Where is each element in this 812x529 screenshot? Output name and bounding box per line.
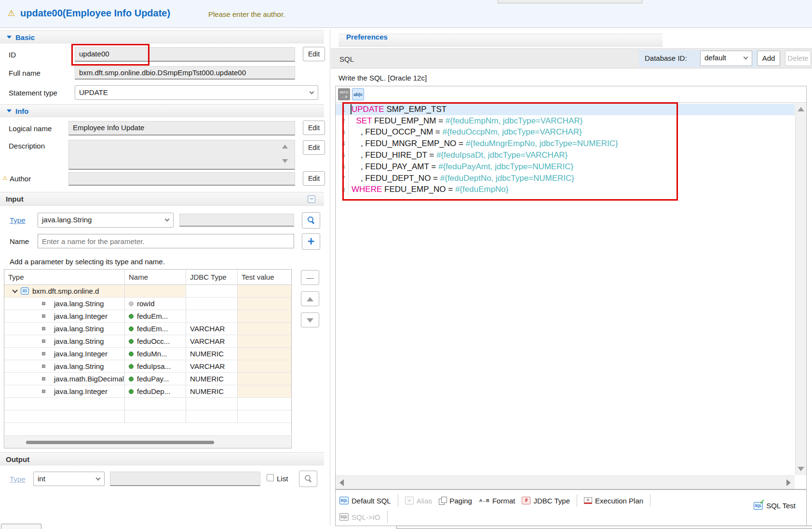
table-row[interactable]: java.lang.StringfeduEm...VARCHAR <box>4 323 291 335</box>
add-database-button[interactable]: Add <box>757 51 780 66</box>
table-horizontal-scrollbar[interactable] <box>5 435 291 448</box>
cell-testvalue[interactable] <box>238 385 291 397</box>
cell-jdbc[interactable]: VARCHAR <box>186 335 238 347</box>
cell-jdbc[interactable]: VARCHAR <box>186 323 238 335</box>
cell-testvalue[interactable] <box>238 310 291 322</box>
table-row[interactable]: java.lang.StringfeduIpsa...VARCHAR <box>4 360 291 373</box>
add-parameter-button[interactable]: + <box>302 233 320 250</box>
cell-jdbc[interactable]: VARCHAR <box>186 360 238 372</box>
input-type-search-field[interactable] <box>179 214 294 227</box>
abc-case-icon[interactable]: ab|c <box>352 88 364 100</box>
alias-button[interactable]: 'A'Alias <box>405 497 433 505</box>
cell-type[interactable]: java.lang.Integer <box>4 310 125 322</box>
cell-testvalue[interactable] <box>238 335 291 347</box>
jdbc-type-convert-icon[interactable]: #KFD →:A <box>338 88 350 100</box>
sql-line[interactable]: 1UPDATE SMP_EMP_TST <box>336 104 795 115</box>
paging-button[interactable]: Paging <box>439 497 472 505</box>
table-row[interactable]: java.lang.IntegerfeduMn...NUMERIC <box>4 348 291 360</box>
cell-type[interactable]: java.lang.String <box>4 335 125 347</box>
scroll-down-icon[interactable] <box>798 467 804 471</box>
sql-line[interactable]: 6 , FEDU_PAY_AMT = #{feduPayAmt, jdbcTyp… <box>336 161 795 173</box>
delete-database-button[interactable]: Delete <box>785 51 811 66</box>
execution-plan-button[interactable]: ≡Execution Plan <box>584 497 643 505</box>
input-type-select[interactable]: java.lang.String <box>38 213 174 228</box>
parameter-name-input[interactable] <box>38 234 294 248</box>
sql-line[interactable]: 7 , FEDU_DEPT_NO = #{feduDeptNo, jdbcTyp… <box>336 173 795 184</box>
editor-horizontal-scrollbar[interactable] <box>336 475 795 489</box>
cell-name[interactable]: rowId <box>125 298 186 310</box>
move-up-button[interactable] <box>301 291 319 306</box>
sql-line[interactable]: 2 SET FEDU_EMP_NM = #{feduEmpNm, jdbcTyp… <box>336 115 795 127</box>
cell-jdbc[interactable]: NUMERIC <box>186 373 238 385</box>
sql-line[interactable]: 8WHERE FEDU_EMP_NO = #{feduEmpNo} <box>336 184 795 196</box>
input-type-search-button[interactable] <box>302 212 320 229</box>
sql-line[interactable]: 4 , FEDU_MNGR_EMP_NO = #{feduMngrEmpNo, … <box>336 138 795 149</box>
default-sql-button[interactable]: SQLDefault SQL <box>339 497 391 505</box>
logical-name-edit-button[interactable]: Edit <box>303 121 325 135</box>
column-header-testvalue[interactable]: Test value <box>238 270 291 285</box>
id-edit-button[interactable]: Edit <box>303 47 325 61</box>
output-type-link[interactable]: Type <box>10 475 26 483</box>
scroll-left-icon[interactable] <box>339 479 344 486</box>
cell-name[interactable]: feduIpsa... <box>125 360 186 372</box>
cell-jdbc[interactable]: NUMERIC <box>186 385 238 397</box>
database-id-select[interactable]: default <box>700 51 752 66</box>
scroll-right-icon[interactable] <box>786 479 791 486</box>
sql-to-io-button[interactable]: SQLSQL->IO <box>339 513 380 521</box>
cell-testvalue[interactable] <box>238 323 291 335</box>
tree-expand-icon[interactable] <box>12 287 17 293</box>
author-edit-button[interactable]: Edit <box>303 171 325 186</box>
remove-parameter-button[interactable]: — <box>301 270 319 285</box>
section-info[interactable]: Info <box>0 104 324 117</box>
cell-name[interactable]: feduEm... <box>125 310 186 322</box>
table-row[interactable]: java.lang.StringrowId <box>4 298 291 310</box>
description-edit-button[interactable]: Edit <box>303 140 325 155</box>
section-preferences[interactable]: Preferences <box>331 30 812 43</box>
cell-type[interactable]: java.lang.Integer <box>4 348 125 360</box>
scroll-up-icon[interactable] <box>282 145 288 149</box>
editor-vertical-scrollbar[interactable] <box>795 103 806 475</box>
table-row[interactable]: java.math.BigDecimalfeduPay...NUMERIC <box>4 373 291 385</box>
sql-test-button[interactable]: SQL SQL Test <box>754 502 796 510</box>
column-header-type[interactable]: Type <box>4 270 125 285</box>
cell-name[interactable]: feduEm... <box>125 323 186 335</box>
cell-jdbc[interactable] <box>186 310 238 322</box>
column-header-jdbc[interactable]: JDBC Type <box>186 270 238 285</box>
jdbc-type-button[interactable]: #JDBC Type <box>522 497 570 505</box>
statement-type-select[interactable]: UPDATE <box>75 85 318 100</box>
cell-type[interactable]: java.math.BigDecimal <box>4 373 125 385</box>
top-scrollbar-fragment[interactable] <box>498 0 642 3</box>
logical-name-field[interactable]: Employee Info Update <box>68 121 295 136</box>
cell-testvalue[interactable] <box>238 360 291 372</box>
cell-testvalue[interactable] <box>238 373 291 385</box>
cell-type[interactable]: java.lang.String <box>4 298 125 310</box>
output-type-search-button[interactable] <box>299 471 317 487</box>
table-row[interactable]: java.lang.StringfeduOcc...VARCHAR <box>4 335 291 348</box>
tree-root-cell[interactable]: IObxm.dft.smp.online.d <box>4 285 125 297</box>
cell-name[interactable]: feduPay... <box>125 373 186 385</box>
sql-editor[interactable]: #KFD →:A ab|c 1UPDATE SMP_EMP_TST2 SET F… <box>335 86 807 489</box>
cutoff-button-fragment[interactable] <box>1 524 41 529</box>
table-row[interactable]: java.lang.IntegerfeduEm... <box>4 310 291 323</box>
cell-name[interactable]: feduOcc... <box>125 335 186 347</box>
table-row[interactable]: java.lang.IntegerfeduDep...NUMERIC <box>4 385 291 398</box>
cell-testvalue[interactable] <box>238 298 291 310</box>
input-type-link[interactable]: Type <box>10 216 26 224</box>
move-down-button[interactable] <box>301 312 319 327</box>
scroll-down-icon[interactable] <box>282 159 288 163</box>
description-field[interactable] <box>68 140 295 170</box>
scrollbar-thumb[interactable] <box>26 441 214 444</box>
sql-line[interactable]: 5 , FEDU_HIRE_DT = #{feduIpsaDt, jdbcTyp… <box>336 149 795 161</box>
cell-name[interactable]: feduDep... <box>125 385 186 397</box>
author-field[interactable] <box>68 172 295 186</box>
list-checkbox[interactable] <box>267 474 274 481</box>
tree-root-row[interactable]: IObxm.dft.smp.online.d <box>4 285 291 298</box>
id-field[interactable]: update00 <box>75 47 295 62</box>
sql-line[interactable]: 3 , FEDU_OCCP_NM = #{feduOccpNm, jdbcTyp… <box>336 127 795 138</box>
format-button[interactable]: A→BFormat <box>479 497 515 505</box>
output-type-select[interactable]: int <box>33 472 105 486</box>
cell-name[interactable]: feduMn... <box>125 348 186 360</box>
section-basic[interactable]: Basic <box>0 30 324 43</box>
cell-testvalue[interactable] <box>238 348 291 360</box>
cell-jdbc[interactable] <box>186 298 238 310</box>
